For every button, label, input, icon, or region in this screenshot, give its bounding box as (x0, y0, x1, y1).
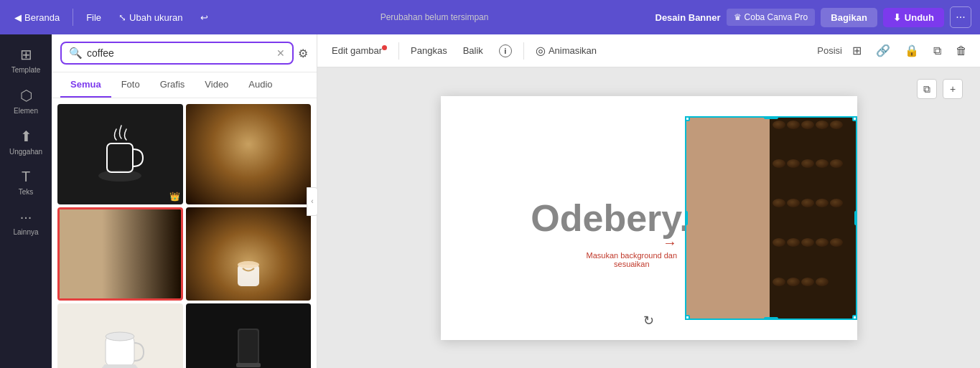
media-item-5[interactable] (57, 303, 183, 368)
media-item-4[interactable] (186, 207, 312, 301)
search-input-wrap[interactable]: 🔍 ✕ (60, 42, 294, 65)
beans-overlay (770, 118, 856, 319)
tab-semua[interactable]: Semua (60, 72, 111, 98)
search-input[interactable] (87, 47, 272, 59)
bean (816, 199, 829, 207)
coba-canva-pro-button[interactable]: ♛ Coba Canva Pro (727, 9, 816, 26)
unduh-button[interactable]: ⬇ Unduh (883, 8, 944, 27)
bean (830, 238, 843, 247)
resize-label: Ubah ukuran (129, 12, 182, 23)
handle-bottom-mid[interactable] (764, 317, 778, 320)
lock-icon-button[interactable]: 🔒 (900, 41, 923, 60)
bean (787, 238, 800, 247)
tab-video-label: Video (205, 79, 228, 90)
handle-right-mid[interactable] (854, 211, 857, 225)
edit-gambar-indicator (382, 45, 387, 50)
info-button[interactable]: i (493, 41, 518, 61)
bean (787, 278, 800, 286)
bean (787, 159, 800, 168)
download-icon: ⬇ (893, 12, 901, 23)
toolbar-separator-1 (398, 42, 399, 60)
toolbar-right: Posisi ⊞ 🔗 🔒 ⧉ 🗑 (817, 41, 971, 60)
delete-icon-button[interactable]: 🗑 (951, 42, 971, 60)
sidebar-item-lainnya[interactable]: ··· Lainnya (3, 203, 49, 242)
topbar: ◀ Beranda File ⤡ Ubah ukuran ↩ Perubahan… (0, 0, 980, 34)
back-icon: ◀ (14, 12, 22, 23)
handle-bottom-right[interactable] (852, 315, 857, 320)
media-item-1[interactable]: 👑 (57, 104, 183, 204)
bagikan-label: Bagikan (831, 12, 867, 23)
tab-foto[interactable]: Foto (111, 72, 150, 98)
media-item-3-selected[interactable] (57, 207, 183, 301)
tab-audio[interactable]: Audio (238, 72, 282, 98)
handle-left-mid[interactable] (685, 211, 688, 225)
copy-icon-button[interactable]: ⧉ (929, 42, 946, 60)
bagikan-button[interactable]: Bagikan (821, 8, 877, 27)
pangkas-button[interactable]: Pangkas (405, 42, 453, 60)
back-button[interactable]: ◀ Beranda (9, 9, 65, 26)
tab-grafis[interactable]: Grafis (150, 72, 195, 98)
canvas-add-button[interactable]: + (943, 79, 963, 99)
undo-button[interactable]: ↩ (195, 9, 214, 26)
media-item-6[interactable] (186, 303, 312, 368)
refresh-icon[interactable]: ↻ (643, 313, 654, 329)
bean (773, 121, 785, 129)
bean (787, 199, 800, 207)
white-cup-graphic (95, 318, 145, 368)
sidebar-item-template[interactable]: ⊞ Template (3, 40, 49, 80)
lock-icon: 🔒 (905, 44, 919, 57)
hide-panel-button[interactable]: ‹ (307, 187, 318, 216)
handle-bottom-left[interactable] (685, 315, 690, 320)
filter-icon[interactable]: ⚙ (298, 47, 308, 60)
animasikan-label: Animasikan (549, 45, 597, 56)
latte-cup-graphic (227, 250, 270, 293)
more-options-button[interactable]: ··· (950, 6, 971, 28)
handle-top-mid[interactable] (764, 116, 778, 119)
crown-icon: ♛ (734, 12, 742, 22)
annotation-line2: sesuaikan (587, 260, 678, 268)
svg-rect-9 (239, 330, 258, 363)
template-icon: ⊞ (20, 46, 32, 63)
svg-rect-1 (107, 143, 133, 172)
coba-label: Coba Canva Pro (745, 12, 808, 22)
bean (830, 159, 843, 168)
file-menu-button[interactable]: File (80, 9, 107, 26)
search-clear-button[interactable]: ✕ (276, 47, 285, 59)
grid-icon: ⊞ (852, 44, 862, 57)
animasikan-icon: ◎ (536, 44, 546, 57)
grid-icon-button[interactable]: ⊞ (848, 41, 866, 60)
canvas-add-icon: + (950, 83, 956, 95)
sidebar-icons: ⊞ Template ⬡ Elemen ⬆ Unggahan T Teks ··… (0, 34, 52, 368)
bean (773, 238, 785, 247)
teks-icon: T (22, 169, 30, 185)
canvas-selected-image[interactable]: ↻ (685, 116, 857, 320)
animasikan-button[interactable]: ◎ Animasikan (530, 40, 602, 61)
sidebar-item-unggahan-label: Unggahan (9, 148, 42, 156)
sidebar-item-teks-label: Teks (19, 188, 34, 196)
canvas-copy-button[interactable]: ⧉ (917, 79, 937, 99)
sidebar-item-lainnya-label: Lainnya (13, 228, 38, 236)
sidebar-item-unggahan[interactable]: ⬆ Unggahan (3, 122, 49, 161)
link-icon-button[interactable]: 🔗 (872, 41, 895, 60)
search-bar: 🔍 ✕ ⚙ (52, 34, 317, 72)
edit-gambar-button[interactable]: Edit gambar (326, 42, 393, 60)
sidebar-item-teks[interactable]: T Teks (3, 163, 49, 202)
sidebar-item-elemen[interactable]: ⬡ Elemen (3, 81, 49, 121)
link-icon: 🔗 (876, 44, 890, 57)
balik-button[interactable]: Balik (457, 42, 489, 60)
search-icon: 🔍 (69, 47, 83, 60)
handle-top-left[interactable] (685, 116, 690, 121)
resize-button[interactable]: ⤡ Ubah ukuran (113, 9, 188, 26)
media-item-2[interactable] (186, 104, 312, 204)
back-label: Beranda (24, 12, 60, 23)
tab-video[interactable]: Video (195, 72, 238, 98)
annotation-arrow-row: → (663, 235, 677, 251)
sidebar-item-template-label: Template (11, 66, 41, 74)
undo-icon: ↩ (200, 12, 208, 23)
copy-icon: ⧉ (933, 44, 941, 57)
separator (73, 9, 73, 26)
elemen-icon: ⬡ (20, 87, 32, 104)
canvas-top-right-actions: ⧉ + (917, 79, 963, 99)
bean (816, 278, 829, 286)
handle-top-right[interactable] (852, 116, 857, 121)
